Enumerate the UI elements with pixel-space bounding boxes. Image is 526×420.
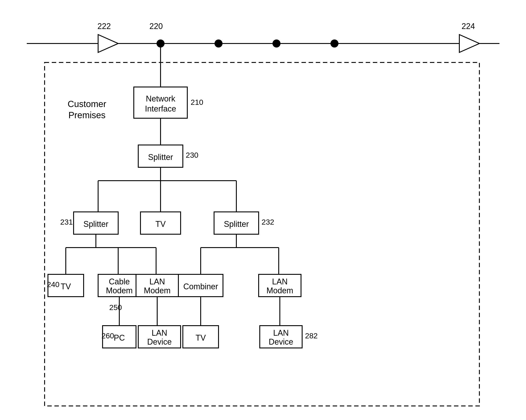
premises-label: Customer (68, 99, 106, 109)
cable-modem-label2: Modem (106, 286, 133, 295)
ref-250: 250 (109, 303, 122, 312)
tap-dot-2 (273, 40, 281, 48)
tv-center-label: TV (155, 219, 166, 229)
tv-right-label: TV (196, 333, 206, 342)
ref-230: 230 (186, 151, 198, 159)
ref-282: 282 (305, 331, 318, 340)
lan-modem-right-label2: Modem (266, 286, 293, 295)
ref-222: 222 (97, 22, 111, 31)
ref-224: 224 (462, 22, 475, 31)
splitter-main-label: Splitter (148, 153, 173, 162)
lan-modem-right-label: LAN (272, 277, 288, 286)
splitter-left-label: Splitter (83, 219, 108, 229)
ref-232: 232 (262, 218, 274, 226)
ref-220: 220 (149, 22, 163, 31)
ref-260: 260 (101, 331, 114, 340)
ref-240: 240 (47, 280, 60, 289)
network-interface-label: Network (146, 94, 175, 103)
tv-left-label: TV (61, 282, 71, 291)
splitter-right-label: Splitter (224, 219, 249, 229)
lan-device-right-label: LAN (273, 328, 289, 338)
tap-dot-3 (330, 40, 338, 48)
ref-210: 210 (191, 98, 203, 106)
tap-dot-1 (214, 40, 223, 48)
premises-label-2: Premises (69, 110, 106, 120)
diagram-container: 222 224 220 Customer Premises Network In… (0, 0, 526, 420)
lan-modem-left-label2: Modem (144, 286, 171, 295)
network-interface-label2: Interface (145, 104, 176, 113)
lan-device-left-label2: Device (147, 337, 172, 346)
svg-marker-1 (98, 35, 118, 52)
pc-label: PC (114, 333, 125, 342)
combiner-label: Combiner (183, 282, 218, 291)
lan-modem-left-label: LAN (149, 277, 165, 286)
ref-231: 231 (60, 218, 73, 226)
svg-marker-2 (459, 35, 479, 52)
lan-device-left-label: LAN (152, 328, 167, 338)
lan-device-right-label2: Device (269, 337, 293, 346)
cable-modem-label: Cable (109, 277, 130, 286)
